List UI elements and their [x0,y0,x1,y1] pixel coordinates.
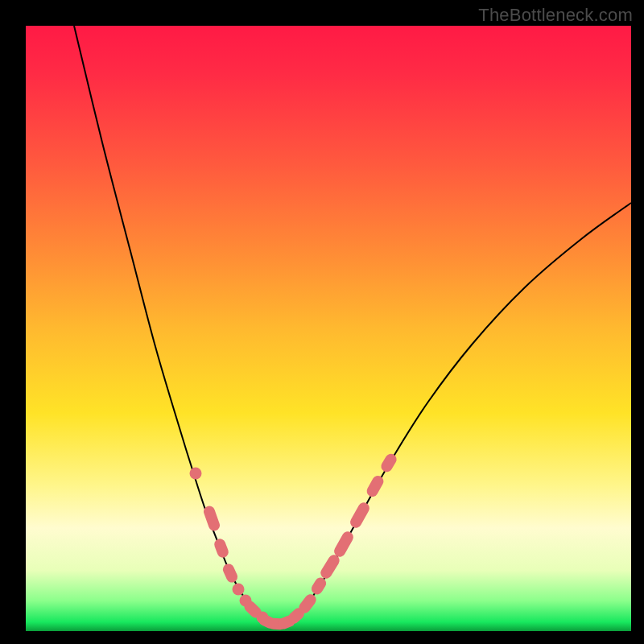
data-marker [233,584,245,596]
data-marker [386,460,390,467]
watermark-text: TheBottleneck.com [478,5,633,26]
data-marker [304,600,310,608]
data-marker [190,468,202,480]
chart-frame: TheBottleneck.com [0,0,644,644]
data-marker [356,508,364,522]
data-marker [294,613,299,617]
data-marker [250,607,255,613]
plot-area [26,26,631,631]
markers-bottom [264,620,289,624]
markers-right [294,460,391,618]
data-marker [220,544,223,551]
data-marker [340,537,348,551]
data-marker [283,621,289,624]
markers-left [190,468,269,624]
data-marker [229,569,232,576]
data-marker [209,512,214,526]
bottleneck-curve [74,26,631,624]
data-marker [317,584,320,589]
chart-svg [26,26,631,631]
data-marker [326,560,333,572]
data-marker [373,481,378,491]
